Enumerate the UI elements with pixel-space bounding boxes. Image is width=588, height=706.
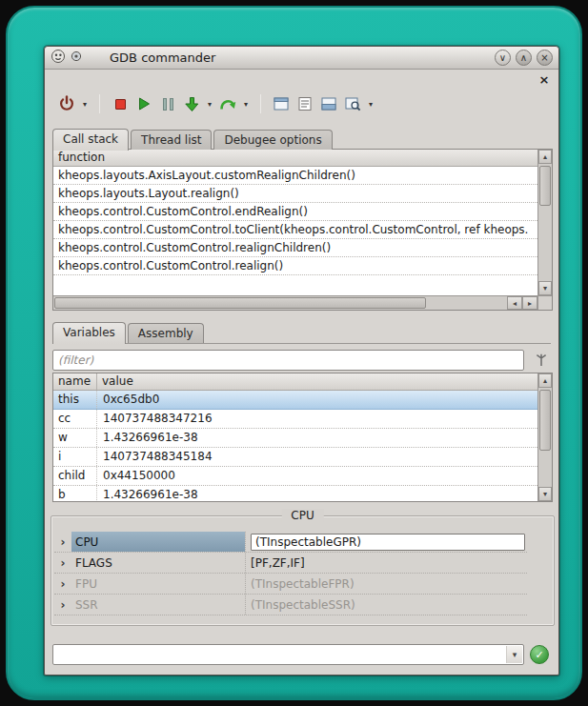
- pause-icon: [163, 98, 173, 111]
- titlebar[interactable]: GDB commander ∨ ∧ ×: [45, 47, 558, 70]
- watch-window-button[interactable]: [318, 92, 339, 115]
- step-into-button[interactable]: [181, 92, 202, 115]
- debug-toolbar: ▾ ▾ ▾: [56, 91, 375, 117]
- stack-frame-row[interactable]: kheops.control.CustomControl.realignChil…: [53, 239, 537, 257]
- variable-row[interactable]: child 0x44150000: [53, 467, 537, 486]
- scroll-down-icon[interactable]: ▾: [538, 281, 552, 295]
- callstack-vertical-scrollbar[interactable]: ▴ ▾: [537, 150, 552, 295]
- variable-name: child: [53, 467, 97, 485]
- variable-row[interactable]: b 1.43266961e-38: [53, 486, 537, 501]
- run-icon: [136, 96, 152, 111]
- callstack-list: kheops.layouts.AxisLayout.customRealignC…: [53, 167, 537, 295]
- scroll-up-icon[interactable]: ▴: [538, 373, 552, 388]
- tab-call-stack[interactable]: Call stack: [52, 129, 129, 151]
- cpu-groupbox-title: CPU: [281, 509, 323, 522]
- variable-row[interactable]: i 140737488345184: [53, 448, 537, 467]
- callstack-horizontal-scrollbar[interactable]: ◂ ▸: [53, 295, 537, 310]
- scroll-track[interactable]: [53, 296, 507, 310]
- power-button[interactable]: [56, 92, 77, 115]
- cpu-groupbox: CPU › CPU (TInspectableGPR) › FLAGS [PF,…: [51, 515, 555, 626]
- shade-button[interactable]: ∨: [495, 50, 511, 66]
- variable-name: w: [53, 429, 97, 447]
- cpu-register-row[interactable]: › CPU (TInspectableGPR): [54, 532, 527, 553]
- stack-frame-row[interactable]: kheops.layouts.AxisLayout.customRealignC…: [53, 167, 537, 185]
- power-dropdown-icon[interactable]: ▾: [80, 92, 90, 115]
- cpu-register-row[interactable]: › SSR (TInspectableSSR): [54, 595, 527, 615]
- dock-close-icon[interactable]: ×: [537, 72, 551, 86]
- variable-name: cc: [53, 410, 97, 428]
- command-combobox[interactable]: ▾: [52, 644, 524, 665]
- scroll-thumb[interactable]: [539, 166, 551, 206]
- close-button[interactable]: ×: [537, 50, 553, 66]
- variables-panel: name value this 0xc65db0 cc 140737488347…: [52, 373, 553, 502]
- stack-frame-row[interactable]: kheops.control.CustomControl.endRealign(…: [53, 203, 537, 221]
- cpu-register-list: › CPU (TInspectableGPR) › FLAGS [PF,ZF,I…: [54, 532, 527, 615]
- scroll-left-icon[interactable]: ◂: [507, 296, 522, 310]
- step-into-icon: [184, 96, 200, 112]
- toolbar-separator: [260, 94, 261, 113]
- variable-row[interactable]: this 0xc65db0: [53, 391, 537, 410]
- stack-frame-row[interactable]: kheops.control.CustomControl.realign(): [53, 257, 537, 275]
- scroll-track[interactable]: [538, 388, 552, 487]
- stack-frame-row[interactable]: kheops.layouts.Layout.realign(): [53, 185, 537, 203]
- register-group-name[interactable]: SSR: [71, 595, 245, 615]
- maximize-button[interactable]: ∧: [516, 50, 532, 66]
- cpu-register-row[interactable]: › FPU (TInspectableFPR): [54, 574, 527, 595]
- inspect-dropdown-icon[interactable]: ▾: [366, 92, 375, 115]
- register-group-value: (TInspectableFPR): [245, 574, 527, 594]
- command-input[interactable]: [55, 646, 504, 663]
- scroll-up-icon[interactable]: ▴: [538, 150, 552, 164]
- tab-thread-list[interactable]: Thread list: [131, 130, 212, 150]
- output-list-button[interactable]: [294, 92, 315, 115]
- cpu-register-row[interactable]: › FLAGS [PF,ZF,IF]: [54, 553, 527, 574]
- variable-value: 0x44150000: [97, 467, 537, 485]
- stop-icon: [115, 99, 126, 110]
- expander-icon[interactable]: ›: [54, 535, 71, 549]
- register-group-name[interactable]: CPU: [71, 532, 245, 552]
- toolbar-separator: [99, 94, 100, 113]
- scroll-thumb[interactable]: [54, 297, 426, 309]
- variables-list: this 0xc65db0 cc 140737488347216 w 1.432…: [53, 391, 537, 501]
- tab-variables[interactable]: Variables: [52, 322, 126, 344]
- variable-name: i: [53, 448, 97, 466]
- variables-header: name value: [53, 373, 537, 391]
- filter-options-icon[interactable]: [534, 353, 549, 368]
- tab-assembly[interactable]: Assembly: [128, 323, 204, 343]
- step-over-dropdown-icon[interactable]: ▾: [241, 92, 251, 115]
- execute-button[interactable]: ✓: [530, 645, 549, 664]
- scroll-right-icon[interactable]: ▸: [522, 296, 537, 310]
- window-menu-icon[interactable]: [51, 49, 66, 67]
- inspect-window-icon: [345, 96, 361, 111]
- expander-icon[interactable]: ›: [54, 598, 71, 612]
- scroll-thumb[interactable]: [539, 390, 551, 451]
- stop-button[interactable]: [110, 92, 131, 115]
- combo-dropdown-icon[interactable]: ▾: [506, 646, 522, 663]
- watch-window-icon: [321, 96, 336, 111]
- filter-input[interactable]: [52, 350, 524, 371]
- step-over-icon: [219, 96, 237, 111]
- expander-icon[interactable]: ›: [54, 556, 71, 570]
- tab-debugee-options[interactable]: Debugee options: [213, 130, 332, 150]
- run-button[interactable]: [133, 92, 154, 115]
- expander-icon[interactable]: ›: [54, 577, 71, 591]
- step-into-dropdown-icon[interactable]: ▾: [205, 92, 214, 115]
- variable-row[interactable]: cc 140737488347216: [53, 410, 537, 429]
- register-group-name[interactable]: FLAGS: [71, 553, 245, 573]
- stack-frame-row[interactable]: kheops.control.CustomControl.toClient(kh…: [53, 221, 537, 239]
- variable-value: 0xc65db0: [97, 391, 537, 409]
- register-value-editor[interactable]: (TInspectableGPR): [251, 534, 525, 551]
- variable-row[interactable]: w 1.43266961e-38: [53, 429, 537, 448]
- scroll-down-icon[interactable]: ▾: [538, 487, 552, 501]
- inspect-window-button[interactable]: [342, 92, 363, 115]
- register-group-name[interactable]: FPU: [71, 574, 245, 594]
- gdb-commander-window: GDB commander ∨ ∧ × × ▾ ▾: [44, 46, 559, 676]
- source-window-button[interactable]: [271, 92, 292, 115]
- variable-name: this: [53, 391, 97, 409]
- column-header-value: value: [97, 373, 537, 391]
- variables-vertical-scrollbar[interactable]: ▴ ▾: [537, 373, 552, 501]
- window-title: GDB commander: [110, 50, 215, 65]
- scroll-track[interactable]: [538, 164, 552, 281]
- callstack-tabbar: Call stack Thread list Debugee options: [52, 128, 333, 150]
- pause-button[interactable]: [157, 92, 178, 115]
- step-over-button[interactable]: [217, 92, 238, 115]
